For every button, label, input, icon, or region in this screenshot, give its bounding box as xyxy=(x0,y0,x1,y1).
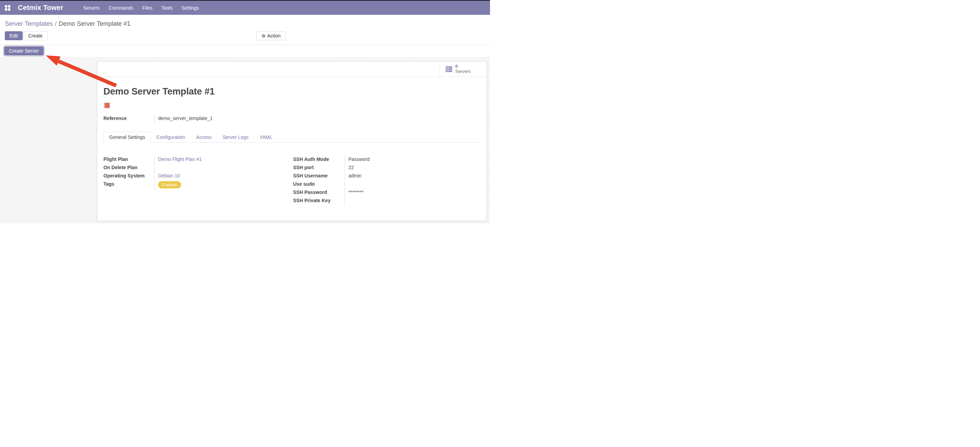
tab-general-settings[interactable]: General Settings xyxy=(103,132,151,143)
record-title: Demo Server Template #1 xyxy=(103,86,480,97)
apps-grid-square xyxy=(8,5,10,8)
reference-label: Reference xyxy=(103,115,154,122)
field-row: Use sudo xyxy=(293,180,480,189)
on-delete-plan-value xyxy=(154,164,289,172)
flight-plan-link[interactable]: Demo Flight Plan #1 xyxy=(158,156,202,162)
tab-access[interactable]: Access xyxy=(191,132,217,142)
app-brand[interactable]: Cetmix Tower xyxy=(18,4,63,12)
gear-icon: ⚙ xyxy=(261,34,266,38)
ssh-password-value: ******** xyxy=(345,189,480,197)
field-row: SSH Auth Mode Password xyxy=(293,156,480,164)
server-rack-icon xyxy=(445,66,452,72)
edit-button[interactable]: Edit xyxy=(5,31,23,40)
ssh-private-key-value xyxy=(345,197,480,205)
menu-item-tools[interactable]: Tools xyxy=(161,5,172,11)
card-header: 0 Servers xyxy=(97,62,487,77)
stat-text: 0 Servers xyxy=(455,64,471,74)
menu-item-settings[interactable]: Settings xyxy=(181,5,199,11)
ssh-password-label: SSH Password xyxy=(293,189,345,196)
field-row: SSH port 22 xyxy=(293,164,480,172)
field-row: Operating System Debian 10 xyxy=(103,172,289,180)
use-sudo-value xyxy=(345,180,480,189)
action-button-label: Action xyxy=(267,33,281,38)
field-row: Tags Custom xyxy=(103,180,289,191)
ssh-port-value: 22 xyxy=(345,164,480,172)
ssh-port-label: SSH port xyxy=(293,164,345,171)
apps-grid-square xyxy=(5,5,7,8)
menu-item-commands[interactable]: Commands xyxy=(108,5,133,11)
on-delete-plan-label: On Delete Plan xyxy=(103,164,154,171)
color-chip-fill xyxy=(105,103,110,108)
ssh-auth-mode-label: SSH Auth Mode xyxy=(293,156,345,163)
create-server-button[interactable]: Create Server xyxy=(4,46,44,55)
field-row: SSH Private Key xyxy=(293,197,480,205)
ssh-auth-mode-value: Password xyxy=(345,156,480,164)
operating-system-label: Operating System xyxy=(103,172,154,179)
ssh-username-value: admin xyxy=(345,172,480,180)
menu-item-files[interactable]: Files xyxy=(142,5,153,11)
operating-system-link[interactable]: Debian 10 xyxy=(158,173,180,179)
tab-yaml[interactable]: YAML xyxy=(254,132,278,142)
navbar-menu: Servers Commands Files Tools Settings xyxy=(83,5,199,11)
server-template-form-card: 0 Servers Demo Server Template #1 Refere… xyxy=(97,61,487,221)
main-navbar: Cetmix Tower Servers Commands Files Tool… xyxy=(0,0,490,15)
tags-label: Tags xyxy=(103,180,154,187)
create-button[interactable]: Create xyxy=(23,31,48,40)
notebook-tabs: General Settings Configuration Access Se… xyxy=(103,131,480,143)
form-sheet: Demo Server Template #1 Reference demo_s… xyxy=(97,86,487,205)
field-row: Flight Plan Demo Flight Plan #1 xyxy=(103,156,289,164)
reference-value: demo_server_template_1 xyxy=(154,115,296,123)
field-group-left: Flight Plan Demo Flight Plan #1 On Delet… xyxy=(103,156,289,205)
field-row: SSH Username admin xyxy=(293,172,480,180)
apps-menu-icon[interactable] xyxy=(5,5,10,11)
field-columns: Flight Plan Demo Flight Plan #1 On Delet… xyxy=(103,156,480,205)
control-panel-buttons: Edit Create ⚙Action xyxy=(5,31,485,41)
menu-item-servers[interactable]: Servers xyxy=(83,5,100,11)
servers-count: 0 xyxy=(455,64,471,69)
field-row: On Delete Plan xyxy=(103,164,289,172)
tab-configuration[interactable]: Configuration xyxy=(151,132,190,142)
tag-badge-custom[interactable]: Custom xyxy=(158,181,181,188)
tab-server-logs[interactable]: Server Logs xyxy=(217,132,254,142)
apps-grid-square xyxy=(8,8,10,11)
breadcrumb: Server Templates/Demo Server Template #1 xyxy=(5,20,485,27)
action-button[interactable]: ⚙Action xyxy=(256,31,286,40)
content-area: 0 Servers Demo Server Template #1 Refere… xyxy=(0,57,490,224)
breadcrumb-separator: / xyxy=(55,20,57,27)
servers-stat-button[interactable]: 0 Servers xyxy=(439,62,487,77)
apps-grid-square xyxy=(5,8,7,11)
field-group-right: SSH Auth Mode Password SSH port 22 SSH U… xyxy=(293,156,480,205)
use-sudo-label: Use sudo xyxy=(293,180,345,187)
breadcrumb-current: Demo Server Template #1 xyxy=(59,20,130,27)
breadcrumb-parent-link[interactable]: Server Templates xyxy=(5,20,53,27)
reference-field: Reference demo_server_template_1 xyxy=(103,115,296,123)
servers-count-label: Servers xyxy=(455,69,471,74)
ssh-username-label: SSH Username xyxy=(293,172,345,179)
page: Cetmix Tower Servers Commands Files Tool… xyxy=(0,0,490,224)
field-row: SSH Password ******** xyxy=(293,189,480,197)
template-toolbar: Create Server xyxy=(0,45,490,57)
ssh-private-key-label: SSH Private Key xyxy=(293,197,345,204)
color-picker-chip[interactable] xyxy=(103,102,111,109)
control-panel: Server Templates/Demo Server Template #1… xyxy=(0,15,490,45)
flight-plan-label: Flight Plan xyxy=(103,156,154,163)
